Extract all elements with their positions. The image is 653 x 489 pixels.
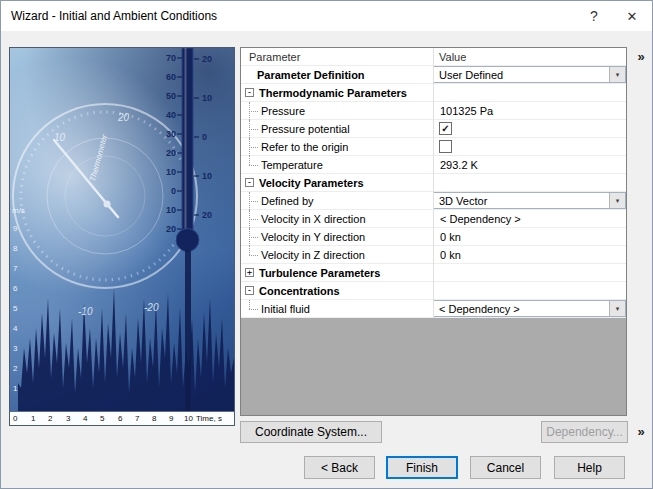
initial-fluid-combobox[interactable]: < Dependency > ▾ (433, 300, 626, 317)
y-tick-label: 6 (13, 284, 17, 293)
thermo-scale-label: 10 (202, 171, 224, 181)
tree-connector (246, 102, 261, 120)
collapse-icon[interactable]: - (245, 286, 254, 295)
row-defined-by[interactable]: Defined by 3D Vector ▾ (241, 192, 626, 210)
gauge-label: 20 (118, 112, 129, 123)
row-label: Defined by (261, 195, 314, 207)
x-tick-label: 10 (184, 414, 193, 423)
x-axis-label: Time, s (196, 414, 222, 423)
row-label: Velocity in Z direction (261, 249, 365, 261)
chevron-down-icon: ▾ (616, 305, 620, 313)
row-group-velocity-parameters[interactable]: - Velocity Parameters (241, 174, 626, 192)
y-tick-label: 1 (13, 384, 17, 393)
row-velocity-x[interactable]: Velocity in X direction < Dependency > (241, 210, 626, 228)
help-button[interactable]: Help (554, 456, 625, 479)
wizard-dialog: Wizard - Initial and Ambient Conditions … (0, 0, 653, 489)
x-tick-label: 9 (169, 414, 173, 423)
gauge-label: 10 (54, 132, 65, 143)
row-value[interactable]: 0 kn (434, 246, 461, 263)
row-velocity-z[interactable]: Velocity in Z direction 0 kn (241, 246, 626, 264)
refer-to-origin-checkbox[interactable] (439, 140, 452, 153)
row-group-concentrations[interactable]: - Concentrations (241, 282, 626, 300)
property-grid: Parameter Value Parameter Definition Use… (240, 47, 627, 416)
group-label: Thermodynamic Parameters (259, 87, 407, 99)
expand-icon[interactable]: + (245, 268, 254, 277)
cancel-button[interactable]: Cancel (470, 456, 541, 479)
row-value[interactable]: 293.2 K (434, 156, 478, 173)
tree-connector (246, 246, 261, 264)
x-tick-label: 2 (48, 414, 52, 423)
row-pressure-potential[interactable]: Pressure potential ✓ (241, 120, 626, 138)
x-axis-strip: 0 1 2 3 4 5 6 7 8 9 10 Time, s (10, 411, 234, 425)
tree-connector (246, 120, 261, 138)
chevrons-right-icon: » (637, 49, 644, 64)
coordinate-system-button[interactable]: Coordinate System... (240, 421, 382, 443)
group-label: Concentrations (259, 285, 340, 297)
tree-connector (246, 210, 261, 228)
column-header-value: Value (439, 51, 466, 63)
thermo-scale-label: 20 (154, 148, 176, 158)
thermo-scale-label: 30 (154, 129, 176, 139)
row-parameter-definition[interactable]: Parameter Definition User Defined ▾ (241, 66, 626, 84)
x-tick-label: 7 (135, 414, 139, 423)
thermo-scale-label: 0 (154, 186, 176, 196)
dropdown-button[interactable]: ▾ (609, 301, 625, 316)
dropdown-button[interactable]: ▾ (609, 67, 625, 82)
y-tick-label: 7 (13, 264, 17, 273)
x-tick-label: 6 (118, 414, 122, 423)
close-button[interactable]: ✕ (616, 1, 648, 31)
row-value[interactable]: 101325 Pa (434, 102, 493, 119)
row-group-turbulence-parameters[interactable]: + Turbulence Parameters (241, 264, 626, 282)
back-button[interactable]: < Back (304, 456, 375, 479)
property-grid-rows: Parameter Value Parameter Definition Use… (241, 48, 626, 318)
collapse-icon[interactable]: - (245, 88, 254, 97)
pressure-potential-checkbox[interactable]: ✓ (439, 122, 452, 135)
y-tick-label: 2 (13, 364, 17, 373)
row-label: Pressure (261, 105, 305, 117)
collapse-icon[interactable]: - (245, 178, 254, 187)
thermo-scale-label: 0 (202, 132, 224, 142)
y-tick-label: 9 (13, 224, 17, 233)
expand-panel-top-button[interactable]: » (631, 48, 651, 66)
titlebar-help-button[interactable]: ? (578, 1, 610, 31)
tree-connector (246, 156, 261, 174)
row-refer-to-the-origin[interactable]: Refer to the origin (241, 138, 626, 156)
combobox-value: User Defined (434, 67, 609, 82)
row-label: Refer to the origin (261, 141, 348, 153)
thermo-scale-label: 40 (154, 110, 176, 120)
chevron-down-icon: ▾ (616, 71, 620, 79)
tree-connector (246, 192, 261, 210)
thermometer-photo-graphic (10, 48, 234, 425)
row-label: Pressure potential (261, 123, 350, 135)
row-pressure[interactable]: Pressure 101325 Pa (241, 102, 626, 120)
row-value[interactable]: 0 kn (434, 228, 461, 245)
row-label: Velocity in X direction (261, 213, 366, 225)
thermo-scale-label: 70 (154, 53, 176, 63)
thermo-scale-label: 10 (154, 167, 176, 177)
preview-image-panel: 70 60 50 40 30 20 10 0 10 20 20 10 0 10 … (9, 47, 235, 426)
row-initial-fluid[interactable]: Initial fluid < Dependency > ▾ (241, 300, 626, 318)
thermo-scale-label: 20 (202, 210, 224, 220)
group-label: Velocity Parameters (259, 177, 364, 189)
defined-by-combobox[interactable]: 3D Vector ▾ (433, 192, 626, 209)
row-value[interactable]: < Dependency > (434, 210, 521, 227)
row-temperature[interactable]: Temperature 293.2 K (241, 156, 626, 174)
thermo-scale-label: 10 (202, 93, 224, 103)
check-icon: ✓ (441, 123, 449, 134)
y-axis-unit-label: m/s (12, 206, 25, 215)
group-label: Turbulence Parameters (259, 267, 380, 279)
row-group-thermodynamic-parameters[interactable]: - Thermodynamic Parameters (241, 84, 626, 102)
x-tick-label: 0 (13, 414, 17, 423)
row-velocity-y[interactable]: Velocity in Y direction 0 kn (241, 228, 626, 246)
combobox-value: < Dependency > (434, 301, 609, 316)
parameter-definition-combobox[interactable]: User Defined ▾ (433, 66, 626, 83)
x-tick-label: 1 (31, 414, 35, 423)
finish-button[interactable]: Finish (386, 456, 458, 479)
row-label: Temperature (261, 159, 323, 171)
gauge-label: -20 (144, 302, 158, 313)
expand-panel-bottom-button[interactable]: » (631, 423, 651, 441)
thermo-scale-label: 20 (202, 54, 224, 64)
y-tick-label: 3 (13, 344, 17, 353)
combobox-value: 3D Vector (434, 193, 609, 208)
dropdown-button[interactable]: ▾ (609, 193, 625, 208)
